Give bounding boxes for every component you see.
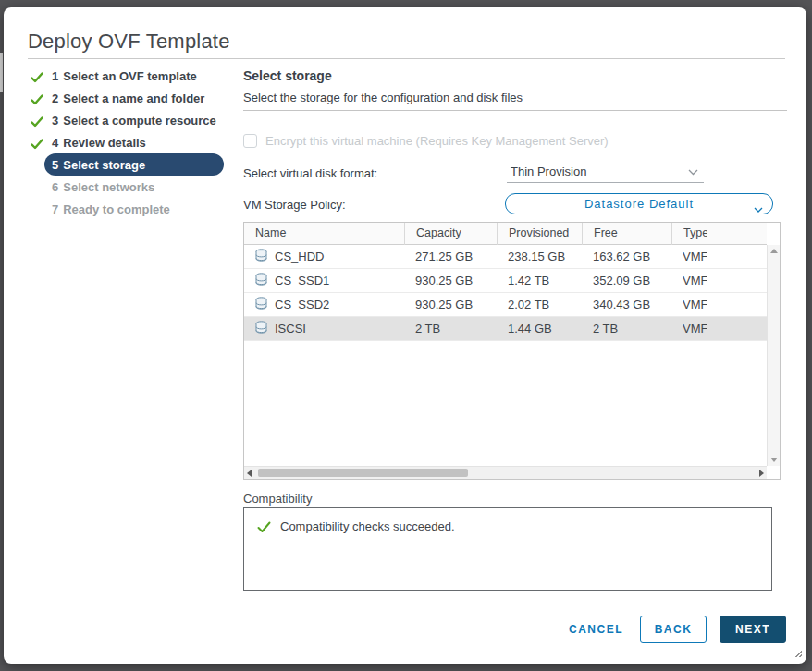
dialog-title: Deploy OVF Template <box>28 30 230 54</box>
step-number: 4 <box>52 136 58 150</box>
step-3-select-a-compute-resource[interactable]: 3Select a compute resource <box>28 109 224 131</box>
next-button[interactable]: NEXT <box>720 616 786 643</box>
datastore-icon <box>255 297 267 312</box>
datastore-icon <box>255 321 267 336</box>
step-number: 7 <box>52 202 58 216</box>
datastore-name: CS_SSD1 <box>275 274 329 287</box>
check-icon <box>31 115 43 126</box>
type-value: VMFS <box>683 250 707 263</box>
table-row-cs-ssd2[interactable]: CS_SSD2 930.25 GB 2.02 TB 340.43 GB VMFS <box>244 293 767 317</box>
step-6-select-networks: 6Select networks <box>28 176 224 198</box>
provisioned-value: 238.15 GB <box>497 250 582 263</box>
table-body: CS_HDD 271.25 GB 238.15 GB 163.62 GB VMF… <box>244 245 767 341</box>
wizard-steps: 1Select an OVF template 2Select a name a… <box>28 65 224 220</box>
step-number: 2 <box>52 92 58 105</box>
column-header-provisioned[interactable]: Provisioned <box>497 223 582 245</box>
datastore-icon <box>255 249 267 264</box>
chevron-down-icon <box>688 165 698 178</box>
capacity-value: 271.25 GB <box>404 250 497 263</box>
horizontal-scrollbar-thumb[interactable] <box>258 469 468 477</box>
disk-format-value: Thin Provision <box>511 165 586 178</box>
datastore-name: ISCSI <box>275 322 306 336</box>
table-row-cs-ssd1[interactable]: CS_SSD1 930.25 GB 1.42 TB 352.09 GB VMFS <box>244 269 767 293</box>
compatibility-message: Compatibility checks succeeded. <box>280 519 455 533</box>
content-divider <box>243 110 787 111</box>
column-header-name[interactable]: Name <box>244 223 404 245</box>
step-label: Select an OVF template <box>63 69 197 83</box>
step-label: Select networks <box>63 180 154 194</box>
provisioned-value: 1.42 TB <box>497 274 582 287</box>
disk-format-select[interactable]: Thin Provision <box>507 160 704 183</box>
title-divider <box>28 58 785 59</box>
step-4-review-details[interactable]: 4Review details <box>28 131 224 153</box>
check-icon <box>31 137 43 148</box>
scroll-right-icon[interactable] <box>759 470 764 477</box>
deploy-ovf-template-dialog: Deploy OVF Template 1Select an OVF templ… <box>4 7 806 664</box>
encrypt-label: Encrypt this virtual machine (Requires K… <box>265 134 609 148</box>
chevron-down-icon <box>754 201 763 215</box>
column-header-free[interactable]: Free <box>582 223 671 245</box>
table-row-cs-hdd[interactable]: CS_HDD 271.25 GB 238.15 GB 163.62 GB VMF… <box>244 245 767 269</box>
success-check-icon <box>257 520 271 537</box>
free-value: 340.43 GB <box>582 298 671 311</box>
step-number: 6 <box>52 180 58 194</box>
compatibility-label: Compatibility <box>243 492 312 506</box>
page-subtitle: Select the storage for the configuration… <box>243 91 523 104</box>
step-label: Ready to complete <box>63 202 170 216</box>
datastore-table-viewport: Name Capacity Provisioned Free Type CS_H… <box>244 223 767 466</box>
type-value: VMFS <box>683 322 707 336</box>
background-ui-sliver <box>0 53 3 92</box>
provisioned-value: 2.02 TB <box>497 298 582 311</box>
type-value: VMFS <box>683 274 707 287</box>
resize-handle[interactable] <box>793 648 802 657</box>
step-2-select-a-name-and-folder[interactable]: 2Select a name and folder <box>28 87 224 109</box>
capacity-value: 2 TB <box>404 322 497 336</box>
free-value: 2 TB <box>582 322 671 336</box>
column-header-type[interactable]: Type <box>683 223 707 244</box>
datastore-table: Name Capacity Provisioned Free Type CS_H… <box>243 222 781 480</box>
storage-policy-label: VM Storage Policy: <box>243 198 346 212</box>
compatibility-panel: Compatibility checks succeeded. <box>243 507 772 591</box>
disk-format-label: Select virtual disk format: <box>243 166 377 180</box>
datastore-name: CS_SSD2 <box>275 298 329 311</box>
datastore-name: CS_HDD <box>275 250 324 263</box>
free-value: 352.09 GB <box>582 274 671 287</box>
table-header-row: Name Capacity Provisioned Free Type <box>244 223 767 245</box>
scroll-down-icon[interactable] <box>770 458 778 462</box>
storage-policy-value: Datastore Default <box>584 197 694 211</box>
horizontal-scrollbar[interactable] <box>244 466 767 479</box>
step-number: 3 <box>52 114 58 128</box>
dialog-footer: CANCEL BACK NEXT <box>565 616 786 643</box>
step-1-select-an-ovf-template[interactable]: 1Select an OVF template <box>28 65 224 87</box>
datastore-icon <box>255 273 267 288</box>
free-value: 163.62 GB <box>582 250 671 263</box>
step-number: 1 <box>52 69 58 83</box>
column-header-capacity[interactable]: Capacity <box>404 223 497 245</box>
vertical-scrollbar[interactable] <box>767 245 780 466</box>
step-label: Review details <box>63 136 146 150</box>
page-title: Select storage <box>243 68 332 83</box>
step-7-ready-to-complete: 7Ready to complete <box>28 198 224 220</box>
step-number: 5 <box>52 158 58 172</box>
encrypt-checkbox <box>243 134 257 148</box>
step-label: Select a compute resource <box>63 114 215 128</box>
provisioned-value: 1.44 GB <box>497 322 582 336</box>
cancel-button[interactable]: CANCEL <box>565 617 627 641</box>
scroll-left-icon[interactable] <box>247 470 252 477</box>
step-5-select-storage[interactable]: 5Select storage <box>28 153 224 176</box>
encrypt-vm-option: Encrypt this virtual machine (Requires K… <box>243 134 609 148</box>
capacity-value: 930.25 GB <box>404 274 497 287</box>
back-button[interactable]: BACK <box>640 616 707 643</box>
scroll-up-icon[interactable] <box>770 249 778 253</box>
storage-policy-select[interactable]: Datastore Default <box>505 193 773 214</box>
step-label: Select storage <box>63 158 145 172</box>
check-icon <box>31 70 43 81</box>
step-label: Select a name and folder <box>63 92 204 105</box>
table-row-iscsi-selected[interactable]: ISCSI 2 TB 1.44 GB 2 TB VMFS <box>244 317 767 341</box>
check-icon <box>31 92 43 104</box>
capacity-value: 930.25 GB <box>404 298 497 311</box>
type-value: VMFS <box>683 298 707 311</box>
